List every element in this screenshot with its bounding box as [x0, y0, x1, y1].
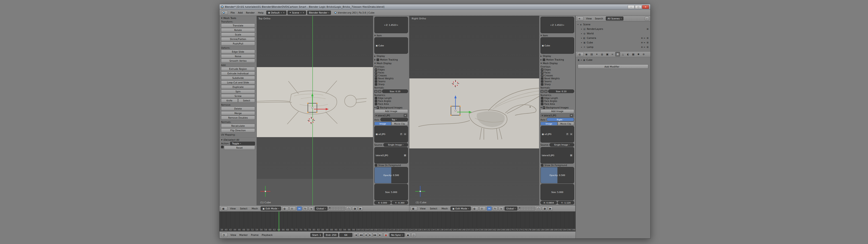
translate-manipulator-toggle[interactable]: ↔	[297, 207, 302, 211]
render-engine-select[interactable]: Blender Render▾	[307, 11, 331, 15]
panel-header-display[interactable]: ▶Display	[540, 55, 574, 57]
panel-header-motion-tracking[interactable]: ▶Motion Tracking	[540, 59, 574, 61]
layer-toggle[interactable]	[525, 209, 527, 210]
layer-toggle[interactable]	[522, 207, 524, 209]
folder-icon[interactable]: ▨	[403, 154, 407, 157]
layer-toggle[interactable]	[340, 209, 342, 210]
maximize-button[interactable]: ▢	[635, 5, 642, 9]
viewport-shading-icon[interactable]: ◍▾	[472, 207, 478, 211]
offset-x-field[interactable]: X: 0.0804	[540, 201, 557, 205]
outliner-row-scene[interactable]: ▾◈Scene	[577, 22, 649, 27]
scale-manipulator-toggle[interactable]: ⇲	[309, 207, 313, 211]
outliner-row-lamp[interactable]: ▸☀Lamp◉►▦	[577, 45, 649, 49]
play-button[interactable]: ▶	[368, 233, 372, 237]
tool-button-translate[interactable]: Translate	[221, 24, 255, 28]
segment-image[interactable]: Image	[374, 122, 391, 125]
layer-toggle[interactable]	[532, 207, 533, 209]
close-button[interactable]: ✕	[642, 5, 649, 9]
timeline-menu-view[interactable]: View	[229, 233, 238, 237]
add-image-button[interactable]: Add Image	[540, 109, 574, 113]
value-slider[interactable]: Opacity: 0.500	[540, 167, 574, 183]
normals-size-field[interactable]: Size: 0.10	[382, 89, 408, 93]
folder-icon[interactable]: ▨	[569, 154, 573, 157]
opengl-render-icon[interactable]: ◨	[352, 207, 357, 211]
layer-toggle[interactable]	[522, 209, 524, 210]
orientation-select[interactable]: Global▾	[504, 207, 518, 211]
face-normals-icon[interactable]: ◇	[378, 90, 381, 93]
add-image-button[interactable]: Add Image	[374, 109, 408, 113]
render-toggle-icon[interactable]: ▦	[647, 37, 649, 39]
tool-button-scale[interactable]: Scale	[221, 33, 255, 37]
tool-button-extrude-individual[interactable]: Extrude Individual	[221, 71, 255, 75]
outliner-row-renderlayers[interactable]: ▸▤RenderLayers▦	[577, 27, 649, 31]
layer-toggle[interactable]	[519, 209, 520, 210]
object-tab-icon[interactable]: ▣	[605, 52, 610, 57]
modifier-tab-icon[interactable]: ⚙	[615, 52, 620, 57]
layer-toggle[interactable]	[519, 207, 520, 209]
tool-button-delete[interactable]: Delete	[221, 106, 255, 111]
select-toggle-icon[interactable]: ►	[644, 41, 646, 43]
layer-toggle[interactable]	[530, 207, 531, 209]
reset-checkbox[interactable]	[221, 146, 223, 148]
image-path-field[interactable]: lateral2.JPG▨	[374, 147, 408, 163]
tool-button-knife[interactable]: Knife	[221, 98, 238, 102]
checkbox-bevel-weights[interactable]: Bevel Weights	[540, 77, 574, 80]
snap-magnet-icon[interactable]: ⋂	[536, 207, 541, 211]
outliner-row-world[interactable]: ▸◍World	[577, 31, 649, 36]
outliner-menu-search[interactable]: Search	[593, 17, 604, 20]
current-frame-marker[interactable]	[279, 212, 279, 231]
render-toggle-icon[interactable]: ▦	[647, 41, 649, 43]
tool-button-screw[interactable]: Screw	[221, 94, 255, 98]
search-icon[interactable]: ⌕	[645, 17, 649, 21]
menu-file[interactable]: File	[229, 11, 236, 15]
layers-grid[interactable]	[519, 207, 535, 211]
layer-toggle[interactable]	[337, 207, 338, 209]
vertex-normals-icon[interactable]: ⟂	[374, 90, 377, 93]
viewport-top-canvas[interactable]: Top Ortho (1) Cube ▼Mesh ToolsTransform:…	[219, 16, 409, 205]
checkbox-edge-length[interactable]: Edge Length	[374, 97, 408, 99]
layer-toggle[interactable]	[343, 207, 345, 209]
timeline-ruler[interactable]: 3840424446485052545658606264666870727476…	[219, 211, 576, 231]
viewport-menu-select[interactable]: Select	[428, 207, 439, 210]
vertex-normals-icon[interactable]: ⟂	[540, 90, 544, 93]
viewport-menu-mesh[interactable]: Mesh	[440, 207, 450, 210]
layer-toggle[interactable]	[527, 207, 528, 209]
rotate-manipulator-toggle[interactable]: ↻	[493, 207, 498, 211]
layer-toggle[interactable]	[342, 209, 343, 210]
render-toggle-icon[interactable]: ▦	[647, 28, 649, 30]
decrement-icon[interactable]: ◀	[550, 24, 551, 26]
timeline-menu-frame[interactable]: Frame	[249, 233, 260, 237]
outliner-row-camera[interactable]: ▸◧Camera◉►▦	[577, 36, 649, 40]
select-source[interactable]: Single Image▾	[550, 143, 574, 147]
layer-toggle[interactable]	[334, 209, 335, 210]
menu-add[interactable]: Add	[236, 11, 244, 15]
checkbox-show-on-foreground[interactable]: Show On Foreground	[540, 164, 574, 166]
layer-toggle[interactable]	[334, 207, 335, 209]
item-name-field[interactable]: ▣Cube	[374, 37, 408, 54]
pivot-center-icon[interactable]: ⊙▾	[289, 207, 296, 211]
layer-toggle[interactable]	[530, 209, 531, 210]
close-icon[interactable]: ✕	[283, 11, 285, 14]
select-axis[interactable]: Top▾	[380, 118, 408, 121]
layer-toggle[interactable]	[524, 207, 525, 209]
panel-header-mesh-display[interactable]: ▼Mesh Display	[540, 62, 574, 65]
layer-toggle[interactable]	[337, 209, 338, 210]
checkbox-faces[interactable]: ✓Faces	[540, 71, 574, 74]
record-button[interactable]: ●	[383, 233, 388, 237]
expand-icon[interactable]: ▸	[581, 28, 582, 30]
layer-toggle[interactable]	[336, 207, 337, 209]
layer-toggle[interactable]	[532, 209, 533, 210]
checkbox-creases[interactable]: ✓Creases	[374, 74, 408, 77]
frame-start-field[interactable]: Start: 1	[310, 233, 323, 237]
timeline-menu-marker[interactable]: Marker	[238, 233, 249, 237]
fake-user-button[interactable]: F	[400, 133, 403, 135]
normals-size-field[interactable]: Size: 0.10	[548, 89, 574, 93]
viewport-menu-mesh[interactable]: Mesh	[250, 207, 259, 210]
image-path-field[interactable]: lateral3.JPG▨	[540, 147, 574, 163]
snap-magnet-icon[interactable]: ⋂	[346, 207, 351, 211]
value-slider[interactable]: Size: 5.000	[374, 184, 408, 201]
editor-type-timeline-icon[interactable]: ◔▾	[221, 233, 228, 237]
pivot-center-icon[interactable]: ⊙▾	[479, 207, 486, 211]
mesh-tools-panel-header[interactable]: ▼Mesh Tools	[221, 17, 255, 20]
scale-manipulator-toggle[interactable]: ⇲	[499, 207, 503, 211]
